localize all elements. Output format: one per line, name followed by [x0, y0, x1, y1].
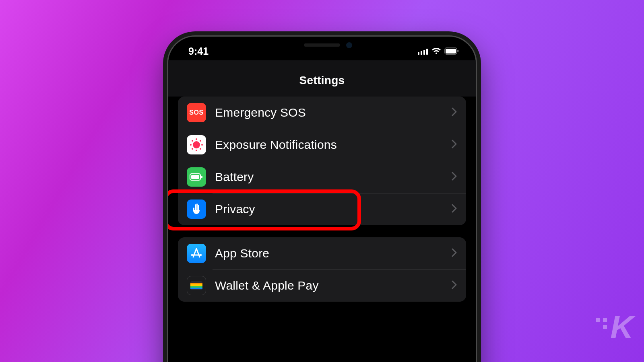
- nav-header: Settings: [168, 60, 476, 97]
- phone-frame: 9:41 Settings SOS Emergency SOS: [167, 35, 477, 362]
- battery-status-icon: [444, 45, 459, 57]
- svg-rect-26: [190, 283, 202, 284]
- row-app-store[interactable]: App Store: [178, 237, 466, 269]
- watermark: K: [610, 309, 632, 346]
- svg-rect-6: [458, 50, 459, 52]
- svg-rect-29: [190, 288, 202, 289]
- row-battery[interactable]: Battery: [178, 161, 466, 193]
- svg-rect-1: [421, 51, 422, 55]
- svg-point-12: [192, 140, 193, 142]
- row-privacy[interactable]: Privacy: [178, 193, 466, 225]
- svg-point-14: [192, 148, 193, 150]
- chevron-right-icon: [452, 172, 457, 182]
- svg-rect-0: [418, 52, 419, 55]
- sos-icon: SOS: [187, 103, 206, 122]
- svg-rect-27: [190, 284, 202, 286]
- chevron-right-icon: [452, 140, 457, 150]
- svg-rect-3: [426, 49, 428, 55]
- svg-rect-28: [190, 286, 202, 288]
- wifi-icon: [431, 45, 441, 57]
- svg-point-24: [200, 254, 202, 256]
- row-label: Exposure Notifications: [215, 138, 452, 152]
- svg-point-23: [191, 254, 193, 256]
- privacy-icon: [187, 200, 206, 219]
- chevron-right-icon: [452, 248, 457, 259]
- row-label: Battery: [215, 170, 452, 184]
- svg-point-10: [190, 144, 192, 146]
- svg-point-8: [196, 138, 197, 140]
- svg-point-11: [201, 144, 203, 146]
- svg-rect-2: [423, 50, 425, 55]
- exposure-icon: [187, 135, 206, 154]
- svg-rect-18: [201, 176, 202, 178]
- svg-point-15: [200, 148, 201, 150]
- svg-point-7: [193, 141, 200, 148]
- settings-group-1: SOS Emergency SOS Exposure Notifications…: [178, 97, 466, 225]
- row-exposure-notifications[interactable]: Exposure Notifications: [178, 129, 466, 161]
- wallet-icon: [187, 276, 206, 295]
- settings-group-2: App Store Wallet & Apple Pay: [178, 237, 466, 302]
- notch: [264, 37, 380, 53]
- row-label: Wallet & Apple Pay: [215, 279, 452, 292]
- svg-point-9: [196, 150, 197, 151]
- row-label: Privacy: [215, 202, 452, 216]
- svg-point-13: [200, 140, 201, 142]
- chevron-right-icon: [452, 204, 457, 214]
- battery-icon: [187, 167, 206, 187]
- chevron-right-icon: [452, 280, 457, 291]
- svg-rect-17: [191, 175, 199, 179]
- cellular-icon: [418, 45, 428, 57]
- page-title: Settings: [168, 74, 476, 87]
- appstore-icon: [187, 244, 206, 263]
- chevron-right-icon: [452, 107, 457, 118]
- status-time: 9:41: [188, 45, 208, 57]
- row-emergency-sos[interactable]: SOS Emergency SOS: [178, 97, 466, 129]
- row-wallet-apple-pay[interactable]: Wallet & Apple Pay: [178, 269, 466, 302]
- row-label: Emergency SOS: [215, 106, 452, 119]
- row-label: App Store: [215, 247, 452, 260]
- svg-rect-5: [446, 49, 456, 53]
